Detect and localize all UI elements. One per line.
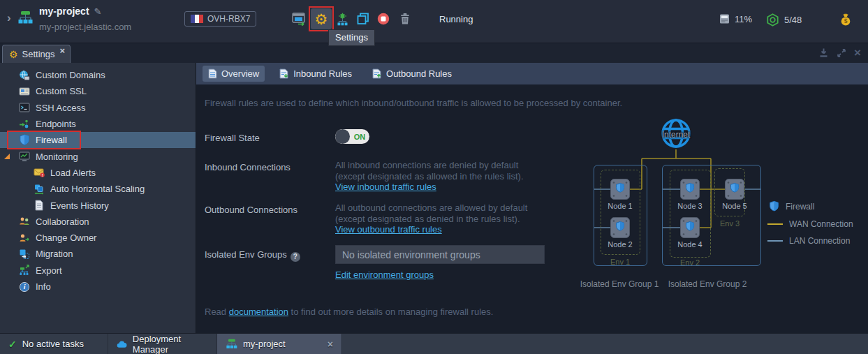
node-1-label: Node 1 bbox=[599, 202, 641, 210]
tab-inbound-rules[interactable]: Inbound Rules bbox=[274, 66, 358, 82]
firewall-state-toggle[interactable]: ON bbox=[335, 129, 369, 144]
sidebar-item-endpoints[interactable]: Endpoints bbox=[0, 116, 196, 132]
sidebar-item-custom-domains[interactable]: Custom Domains bbox=[0, 67, 196, 83]
isolated-env-groups-label: Isolated Env Groups? bbox=[205, 249, 300, 262]
node-1 bbox=[610, 179, 630, 200]
sidebar-item-load-alerts[interactable]: ! Load Alerts bbox=[0, 165, 196, 181]
legend-wan: WAN Connection bbox=[767, 219, 853, 229]
endpoints-icon bbox=[18, 118, 30, 130]
close-icon[interactable]: × bbox=[60, 45, 66, 56]
expand-icon bbox=[837, 48, 846, 58]
legend-label: WAN Connection bbox=[789, 219, 853, 229]
money-bag-icon: $ bbox=[839, 13, 853, 27]
sidebar-item-label: Change Owner bbox=[36, 233, 96, 243]
france-flag-icon bbox=[191, 15, 203, 23]
inbound-connections-label: Inbound Connections bbox=[205, 162, 290, 172]
firewall-settings-content: Overview Inbound Rules Outbound Rules Fi… bbox=[196, 63, 868, 333]
settings-button[interactable]: ⚙ bbox=[311, 8, 332, 29]
tab-label: Outbound Rules bbox=[386, 68, 452, 79]
shield-icon bbox=[18, 134, 30, 146]
sidebar-item-export[interactable]: Export bbox=[0, 263, 196, 279]
isolated-env-groups-input[interactable] bbox=[335, 245, 545, 264]
clone-environment-button[interactable] bbox=[354, 10, 372, 28]
outbound-connections-label: Outbound Connections bbox=[205, 205, 297, 215]
taskbar-tab-my-project[interactable]: my-project × bbox=[217, 334, 342, 354]
sidebar-item-collaboration[interactable]: Collaboration bbox=[0, 214, 196, 230]
chevron-right-icon[interactable]: › bbox=[7, 11, 11, 25]
sidebar-item-label: Load Alerts bbox=[50, 168, 96, 178]
inbound-connections-text: All inbound connections are denied by de… bbox=[335, 160, 524, 182]
document-icon bbox=[33, 200, 45, 212]
taskbar-deployment-manager[interactable]: Deployment Manager bbox=[108, 334, 217, 354]
tasks-status[interactable]: ✓ No active tasks bbox=[0, 334, 108, 354]
monitor-icon bbox=[18, 151, 30, 163]
sidebar-item-monitoring[interactable]: Monitoring bbox=[0, 148, 196, 164]
node-4 bbox=[680, 217, 700, 238]
expand-button[interactable] bbox=[837, 48, 846, 58]
region-badge: OVH-RBX7 bbox=[184, 11, 256, 27]
delete-environment-button[interactable] bbox=[396, 10, 414, 28]
node-5 bbox=[725, 179, 744, 200]
view-outbound-rules-link[interactable]: View outbound traffic rules bbox=[335, 224, 442, 235]
open-in-browser-button[interactable] bbox=[290, 10, 308, 28]
toggle-knob bbox=[335, 129, 350, 144]
status-label: Running bbox=[439, 14, 473, 24]
billing-button[interactable]: $ bbox=[837, 10, 855, 29]
sidebar-item-label: Collaboration bbox=[36, 216, 89, 227]
close-panel-button[interactable]: × bbox=[854, 48, 861, 58]
environment-icon bbox=[17, 10, 33, 24]
sidebar-item-change-owner[interactable]: Change Owner bbox=[0, 230, 196, 246]
disk-usage-value: 11% bbox=[735, 14, 752, 24]
firewall-state-label: Firewall State bbox=[205, 133, 260, 143]
globe-icon bbox=[18, 69, 30, 81]
trash-icon bbox=[399, 13, 411, 25]
sidebar-item-info[interactable]: i Info bbox=[0, 279, 196, 295]
outbound-connections-text: All outbound connections are allowed by … bbox=[335, 202, 527, 225]
topology-icon bbox=[336, 13, 349, 26]
sidebar-item-custom-ssl[interactable]: Custom SSL bbox=[0, 83, 196, 99]
close-icon[interactable]: × bbox=[328, 339, 333, 350]
download-button[interactable] bbox=[818, 47, 829, 58]
sidebar-item-firewall[interactable]: Firewall bbox=[0, 132, 196, 148]
help-icon[interactable]: ? bbox=[290, 252, 300, 262]
expander-icon[interactable] bbox=[4, 154, 10, 159]
sidebar-item-migration[interactable]: Migration bbox=[0, 246, 196, 262]
view-inbound-rules-link[interactable]: View inbound traffic rules bbox=[335, 182, 436, 192]
export-icon bbox=[18, 265, 30, 276]
isolated-group-2-label: Isolated Env Group 2 bbox=[659, 279, 756, 289]
terminal-icon bbox=[18, 102, 30, 114]
sidebar-item-label: Monitoring bbox=[36, 152, 78, 162]
tab-settings-label: Settings bbox=[22, 49, 55, 59]
change-topology-button[interactable] bbox=[333, 10, 351, 28]
project-domain: my-project.jelastic.com bbox=[39, 22, 131, 32]
legend-label: LAN Connection bbox=[789, 236, 850, 246]
footer-prefix: Read bbox=[205, 307, 229, 317]
outbound-text-line2: (except designated as denied in the rule… bbox=[335, 214, 527, 225]
tab-overview[interactable]: Overview bbox=[203, 66, 265, 82]
gear-icon: ⚙ bbox=[9, 50, 18, 59]
stop-environment-button[interactable] bbox=[374, 10, 392, 28]
edit-pencil-icon[interactable]: ✎ bbox=[94, 6, 102, 17]
sidebar-item-events-history[interactable]: Events History bbox=[0, 197, 196, 213]
inbound-text-line2: (except designated as allowed in the rul… bbox=[335, 171, 524, 182]
region-label: OVH-RBX7 bbox=[207, 14, 250, 24]
sidebar-item-auto-horizontal-scaling[interactable]: Auto Horizontal Scaling bbox=[0, 181, 196, 197]
firewall-description: Firewall rules are used to define which … bbox=[205, 98, 622, 108]
node-2 bbox=[610, 217, 630, 238]
tab-outbound-rules[interactable]: Outbound Rules bbox=[367, 66, 457, 82]
settings-sidebar: Custom Domains Custom SSL SSH Access End… bbox=[0, 63, 196, 333]
info-icon: i bbox=[18, 281, 30, 293]
sidebar-item-label: Custom SSL bbox=[36, 86, 87, 96]
svg-text:i: i bbox=[23, 283, 25, 290]
documentation-link[interactable]: documentation bbox=[229, 307, 288, 317]
sidebar-item-label: SSH Access bbox=[36, 103, 86, 113]
sidebar-item-label: Auto Horizontal Scaling bbox=[50, 184, 145, 194]
edit-environment-groups-link[interactable]: Edit environment groups bbox=[335, 270, 434, 280]
inbound-text-line1: All inbound connections are denied by de… bbox=[335, 160, 524, 171]
sidebar-item-label: Endpoints bbox=[36, 119, 76, 129]
cubes-scaling-icon bbox=[33, 183, 45, 195]
cloudlets-value: 5/48 bbox=[784, 15, 802, 25]
tab-settings[interactable]: ⚙ Settings × bbox=[2, 45, 71, 63]
page-arrow-up-icon bbox=[372, 68, 382, 79]
sidebar-item-ssh-access[interactable]: SSH Access bbox=[0, 100, 196, 116]
